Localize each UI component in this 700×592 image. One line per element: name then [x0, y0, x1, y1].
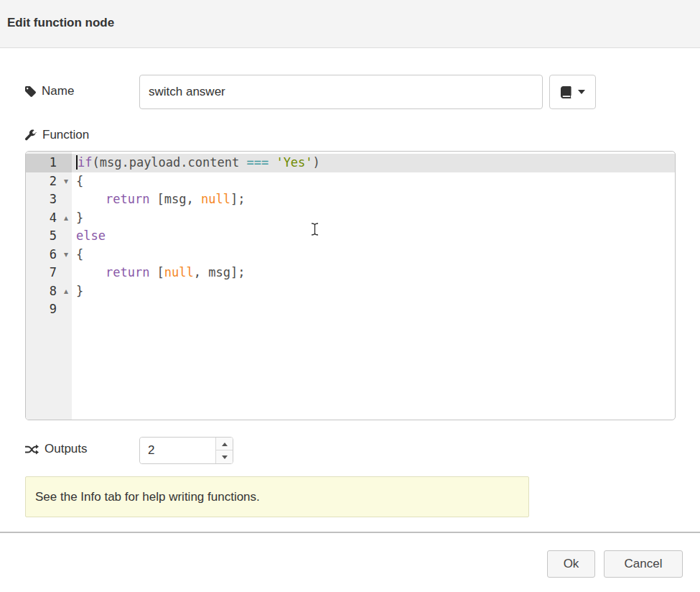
dialog-footer: Ok Cancel — [0, 532, 700, 592]
outputs-label-text: Outputs — [45, 442, 88, 456]
outputs-label: Outputs — [25, 442, 88, 456]
fold-widget-icon[interactable]: ▾ — [64, 172, 68, 191]
tag-icon — [25, 86, 36, 97]
fold-widget-icon[interactable]: ▾ — [64, 246, 68, 264]
edit-function-node-dialog: Edit function node Name Function 12▾ — [0, 0, 700, 592]
function-label: Function — [25, 128, 89, 142]
spinner-down-icon — [222, 455, 228, 459]
dialog-title: Edit function node — [7, 16, 114, 30]
editor-type-button[interactable] — [549, 75, 596, 109]
book-icon — [561, 86, 572, 98]
gutter-line-4: 4▴ — [26, 209, 72, 228]
code-line-7[interactable]: return [null, msg]; — [72, 264, 675, 282]
cancel-button[interactable]: Cancel — [604, 550, 683, 578]
gutter-line-7: 7 — [26, 264, 72, 282]
gutter-line-2: 2▾ — [26, 172, 72, 191]
gutter-line-8: 8▴ — [26, 282, 72, 301]
code-line-6[interactable]: { — [72, 246, 675, 264]
info-tip-text: See the Info tab for help writing functi… — [35, 490, 260, 504]
name-input[interactable] — [139, 75, 543, 109]
shuffle-icon — [25, 444, 39, 455]
function-code-editor[interactable]: 12▾34▴56▾78▴9 if(msg.payload.content ===… — [25, 151, 676, 420]
fold-widget-icon[interactable]: ▴ — [64, 209, 68, 228]
code-editor-gutter: 12▾34▴56▾78▴9 — [26, 152, 72, 420]
caret-down-icon — [578, 90, 585, 94]
gutter-line-9: 9 — [26, 300, 72, 319]
code-line-2[interactable]: { — [72, 172, 675, 191]
code-line-4[interactable]: } — [72, 209, 675, 228]
gutter-line-3: 3 — [26, 190, 72, 209]
gutter-line-1: 1 — [26, 154, 72, 172]
spinner-up-icon — [222, 443, 228, 446]
name-label-text: Name — [42, 84, 74, 98]
fold-widget-icon[interactable]: ▴ — [64, 282, 68, 301]
code-line-1[interactable]: if(msg.payload.content === 'Yes') — [72, 154, 675, 172]
function-label-text: Function — [42, 128, 89, 142]
code-line-3[interactable]: return [msg, null]; — [72, 190, 675, 209]
outputs-spinner[interactable] — [139, 437, 233, 464]
mouse-text-cursor — [311, 223, 319, 236]
spinner-down-button[interactable] — [215, 450, 233, 463]
gutter-line-6: 6▾ — [26, 246, 72, 264]
code-editor-lines: if(msg.payload.content === 'Yes'){ retur… — [72, 152, 675, 420]
gutter-line-5: 5 — [26, 227, 72, 246]
wrench-icon — [25, 129, 37, 141]
info-tip: See the Info tab for help writing functi… — [25, 476, 529, 517]
ok-button[interactable]: Ok — [547, 550, 595, 578]
name-label: Name — [25, 84, 74, 98]
code-line-9[interactable] — [72, 300, 675, 319]
code-line-8[interactable]: } — [72, 282, 675, 301]
code-line-5[interactable]: else — [72, 227, 675, 246]
dialog-header: Edit function node — [0, 0, 700, 48]
